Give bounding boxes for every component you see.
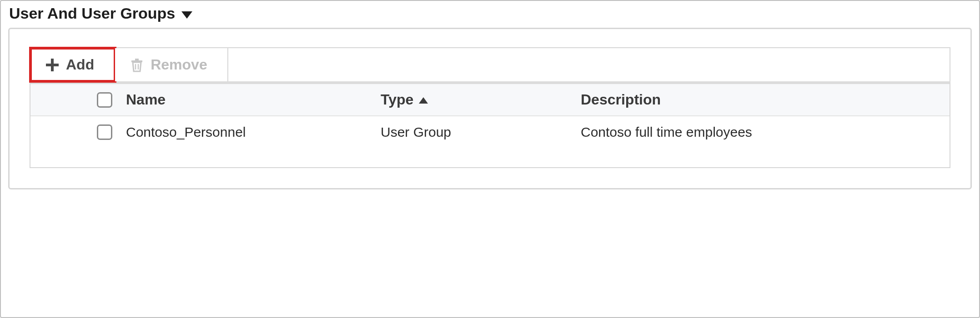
data-grid: Name Type Description bbox=[30, 81, 950, 168]
toolbar: Add Remove bbox=[30, 47, 950, 82]
table-row[interactable]: Contoso_Personnel User Group Contoso ful… bbox=[30, 116, 950, 167]
column-header-description[interactable]: Description bbox=[581, 91, 950, 108]
user-groups-section-container: User And User Groups Add bbox=[0, 0, 980, 318]
add-button-label: Add bbox=[66, 56, 94, 73]
select-all-checkbox[interactable] bbox=[97, 92, 112, 108]
svg-rect-2 bbox=[46, 64, 59, 66]
add-button[interactable]: Add bbox=[30, 48, 115, 81]
column-header-description-label: Description bbox=[581, 91, 661, 108]
cell-description: Contoso full time employees bbox=[581, 124, 950, 140]
column-header-name[interactable]: Name bbox=[126, 91, 381, 108]
svg-rect-4 bbox=[135, 59, 139, 60]
sort-asc-icon bbox=[419, 97, 428, 104]
section-header[interactable]: User And User Groups bbox=[1, 1, 979, 25]
row-checkbox[interactable] bbox=[97, 124, 112, 140]
column-header-type-label: Type bbox=[381, 91, 413, 108]
trash-icon bbox=[131, 58, 143, 72]
svg-marker-0 bbox=[181, 11, 192, 19]
column-header-type[interactable]: Type bbox=[381, 91, 581, 108]
caret-down-icon bbox=[181, 11, 192, 19]
cell-name: Contoso_Personnel bbox=[126, 124, 381, 140]
remove-button: Remove bbox=[115, 48, 228, 81]
plus-icon bbox=[46, 59, 59, 71]
column-header-name-label: Name bbox=[126, 91, 166, 108]
section-title: User And User Groups bbox=[9, 5, 175, 22]
cell-type: User Group bbox=[381, 124, 581, 140]
grid-header-row: Name Type Description bbox=[30, 84, 950, 116]
remove-button-label: Remove bbox=[151, 56, 207, 73]
inner-panel: Add Remove bbox=[8, 28, 972, 189]
svg-marker-7 bbox=[419, 97, 428, 104]
